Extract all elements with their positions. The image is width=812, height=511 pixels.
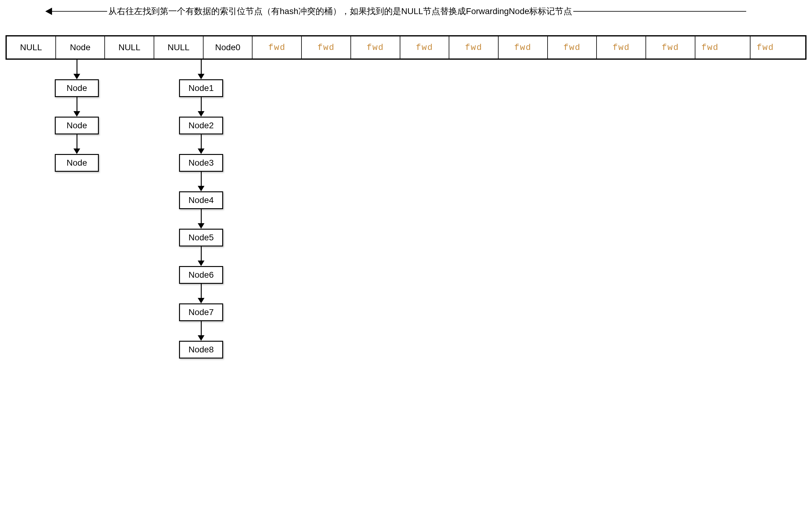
table-cell-8: fwd [400,36,450,58]
node-box: Node5 [179,229,223,247]
arrow-down-icon [198,209,204,229]
arrow-down-icon [198,172,204,191]
node-box: Node2 [179,117,223,134]
linked-chain-1: NodeNodeNode [55,60,99,172]
table-cell-14: fwd [695,36,751,58]
node-box: Node [55,117,99,134]
table-cell-11: fwd [548,36,597,58]
node-box: Node7 [179,304,223,321]
table-cell-5: fwd [253,36,302,58]
node-box: Node8 [179,341,223,359]
table-cell-15: fwd [751,36,805,58]
arrow-down-icon [74,134,80,154]
arrow-down-icon [74,60,80,79]
table-cell-12: fwd [597,36,646,58]
arrow-down-icon [198,97,204,117]
table-cell-13: fwd [646,36,695,58]
linked-chain-2: Node1Node2Node3Node4Node5Node6Node7Node8 [179,60,223,359]
table-cell-1: Node [56,36,105,58]
header-divider-right [573,11,746,11]
header-text: 从右往左找到第一个有数据的索引位节点（有hash冲突的桶），如果找到的是NULL… [107,5,573,17]
table-cell-7: fwd [351,36,400,58]
arrow-down-icon [198,321,204,341]
table-cell-2: NULL [105,36,154,58]
node-box: Node4 [179,191,223,209]
node-box: Node6 [179,266,223,284]
table-cell-0: NULL [7,36,56,58]
hash-table-row: NULLNodeNULLNULLNode0fwdfwdfwdfwdfwdfwdf… [5,35,807,60]
table-cell-9: fwd [449,36,499,58]
table-cell-6: fwd [302,36,351,58]
arrow-down-icon [198,247,204,266]
arrow-down-icon [198,134,204,154]
node-box: Node [55,154,99,172]
arrow-down-icon [198,284,204,304]
node-box: Node1 [179,79,223,97]
node-box: Node3 [179,154,223,172]
header-row: 从右往左找到第一个有数据的索引位节点（有hash冲突的桶），如果找到的是NULL… [45,5,746,17]
arrow-down-icon [74,97,80,117]
header-divider-left [52,11,107,11]
table-cell-4: Node0 [204,36,253,58]
table-cell-3: NULL [154,36,204,58]
node-box: Node [55,79,99,97]
arrow-left-icon [45,8,52,15]
table-cell-10: fwd [499,36,548,58]
arrow-down-icon [198,60,204,79]
